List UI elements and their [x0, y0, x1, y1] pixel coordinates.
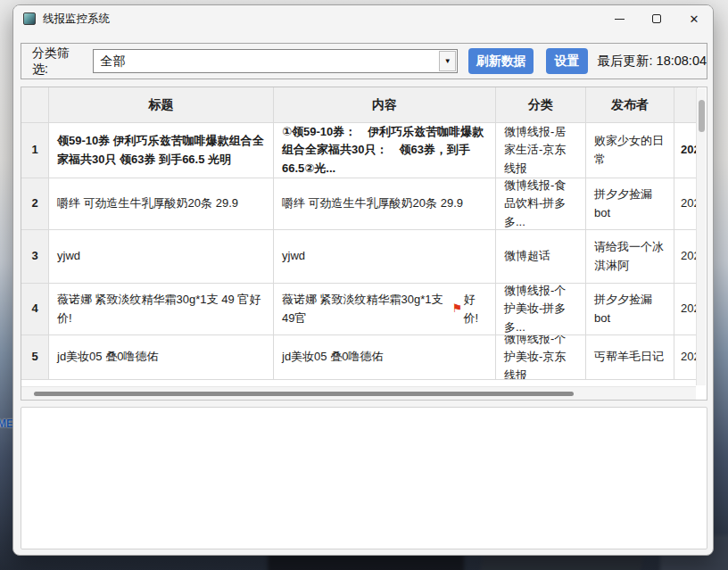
col-header-content[interactable]: 内容	[274, 87, 496, 123]
cell-category[interactable]: 微博线报-食品饮料-拼多多...	[496, 178, 586, 230]
app-window: 线报监控系统 ✕ 分类筛选: 全部 ▼ 刷新数据 设置 最后更新: 18:08:…	[12, 4, 714, 556]
close-button[interactable]: ✕	[675, 5, 713, 32]
category-filter-select[interactable]: 全部 ▼	[93, 49, 459, 73]
window-controls: ✕	[600, 5, 713, 32]
filter-label: 分类筛选:	[32, 45, 84, 78]
row-index[interactable]: 5	[21, 335, 49, 380]
vertical-scrollbar-thumb[interactable]	[699, 100, 705, 132]
cell-date[interactable]: 202	[674, 335, 698, 380]
cell-content[interactable]: yjwd	[274, 230, 496, 284]
maximize-button[interactable]	[638, 5, 675, 32]
row-index[interactable]: 1	[21, 123, 49, 178]
col-header-publisher[interactable]: 发布者	[586, 87, 674, 123]
cell-publisher[interactable]: 败家少女的日常	[586, 123, 674, 178]
app-icon	[23, 12, 36, 25]
cell-content[interactable]: jd美妆05 叠0噜德佑	[274, 335, 496, 380]
desktop-icon-label: ME	[0, 417, 13, 430]
row-index[interactable]: 2	[21, 178, 49, 230]
cell-content[interactable]: 薇诺娜 紧致淡纹精华霜30g*1支 49官⚑好价!	[274, 284, 496, 335]
cell-date[interactable]: 202	[674, 123, 698, 178]
refresh-data-button[interactable]: 刷新数据	[468, 48, 534, 74]
horizontal-scrollbar[interactable]	[21, 386, 696, 400]
maximize-icon	[652, 14, 661, 23]
cell-title[interactable]: 嚼绊 可劲造生牛乳厚酸奶20条 29.9	[49, 178, 274, 230]
cell-publisher[interactable]: 拼夕夕捡漏bot	[586, 178, 674, 230]
cell-publisher[interactable]: 请给我一个冰淇淋阿	[586, 230, 674, 284]
cell-date[interactable]: 202	[674, 230, 698, 284]
cell-title[interactable]: jd美妆05 叠0噜德佑	[49, 335, 274, 380]
cell-category[interactable]: 微博线报-个护美妆-京东线报	[496, 335, 586, 380]
last-update-text: 最后更新: 18:08:04	[598, 53, 707, 70]
cell-date[interactable]: 202	[674, 178, 698, 230]
toolbar: 分类筛选: 全部 ▼ 刷新数据 设置 最后更新: 18:08:04	[21, 43, 707, 79]
cell-content[interactable]: 嚼绊 可劲造生牛乳厚酸奶20条 29.9	[274, 178, 496, 230]
table-grid: 标题 内容 分类 发布者 1 领59-10券 伊利巧乐兹苦咖啡爆款组合全家福共3…	[21, 87, 698, 380]
dropdown-arrow-icon[interactable]: ▼	[439, 51, 456, 71]
vertical-scrollbar[interactable]	[696, 88, 706, 385]
cell-date[interactable]: 202	[674, 284, 698, 335]
red-flag-icon: ⚑	[452, 300, 463, 318]
minimize-button[interactable]	[600, 5, 638, 32]
cell-publisher[interactable]: 拼夕夕捡漏bot	[586, 284, 674, 335]
row-index[interactable]: 3	[21, 230, 49, 284]
cell-title[interactable]: yjwd	[49, 230, 274, 284]
cell-publisher[interactable]: 丐帮羊毛日记	[586, 335, 674, 380]
titlebar: 线报监控系统 ✕	[13, 5, 713, 32]
row-index[interactable]: 4	[21, 284, 49, 335]
results-table: 标题 内容 分类 发布者 1 领59-10券 伊利巧乐兹苦咖啡爆款组合全家福共3…	[21, 87, 707, 401]
cell-title[interactable]: 领59-10券 伊利巧乐兹苦咖啡爆款组合全家福共30只 领63券 到手66.5 …	[49, 123, 274, 178]
horizontal-scrollbar-thumb[interactable]	[34, 392, 574, 396]
col-header-index[interactable]	[21, 87, 49, 123]
cell-category[interactable]: 微博超话	[496, 230, 586, 284]
window-title: 线报监控系统	[43, 12, 110, 27]
col-header-date[interactable]	[674, 87, 698, 123]
cell-content[interactable]: ①领59-10券： 伊利巧乐兹苦咖啡爆款组合全家福共30只： 领63券，到手66…	[274, 123, 496, 178]
cell-category[interactable]: 微博线报-个护美妆-拼多多...	[496, 284, 586, 335]
settings-button[interactable]: 设置	[546, 48, 587, 74]
category-filter-value: 全部	[94, 54, 440, 70]
cell-category[interactable]: 微博线报-居家生活-京东线报	[496, 123, 586, 178]
cell-title[interactable]: 薇诺娜 紧致淡纹精华霜30g*1支 49 官好价!	[49, 284, 274, 335]
cell-content-text: 好价!	[463, 291, 487, 326]
detail-panel[interactable]	[21, 407, 707, 549]
col-header-title[interactable]: 标题	[49, 87, 274, 123]
col-header-category[interactable]: 分类	[496, 87, 586, 123]
minimize-icon	[615, 19, 625, 20]
cell-content-text: 薇诺娜 紧致淡纹精华霜30g*1支 49官	[282, 291, 451, 326]
